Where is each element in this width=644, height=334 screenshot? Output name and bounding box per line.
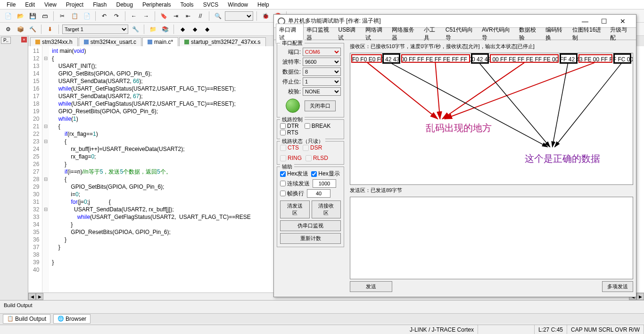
frame-wrap-checkbox[interactable]: 帧换行 — [280, 190, 304, 198]
scroll-left-icon[interactable]: ◀ — [28, 293, 36, 300]
line-gutter: 11 12 13 14 15 16 17 18 19 20 21 22 23 2… — [28, 46, 42, 292]
editor-tab[interactable]: stm32f4xx_usart.c — [79, 37, 141, 46]
clear-recv-button[interactable]: 清接收区 — [312, 200, 341, 218]
target-select[interactable]: Target 1 — [62, 25, 128, 34]
clear-send-button[interactable]: 清发送区 — [280, 200, 310, 218]
options-icon[interactable]: 🔧 — [130, 24, 140, 34]
cut-icon[interactable]: ✂ — [57, 11, 67, 21]
editor-tab[interactable]: main.c* — [142, 37, 178, 46]
recount-button[interactable]: 重新计数 — [280, 233, 341, 244]
download-icon[interactable]: ⬇ — [45, 24, 55, 34]
nav-back-icon[interactable]: ← — [129, 11, 139, 21]
translate-icon[interactable]: ⚙ — [3, 24, 13, 34]
debug-icon[interactable]: 🐞 — [260, 11, 271, 21]
recv-header: 接收区：已接收510字节，速度0字节/秒，接收状态[允许]，输出文本状态[已停止… — [350, 43, 633, 50]
file-icon — [84, 40, 89, 44]
copy-icon[interactable]: 📋 — [69, 11, 80, 21]
dtr-checkbox[interactable]: DTR — [280, 123, 299, 129]
indent-icon[interactable]: ⇥ — [171, 11, 181, 21]
fold-column[interactable]: ⊟ ⊟ ⊟ ⊟ ⊟ — [42, 46, 49, 292]
line-status-group: 线路状态（只读） CTS DSR RING RLSD — [277, 141, 344, 165]
menu-tools[interactable]: Tools — [176, 0, 198, 9]
find-icon[interactable]: 🔍 — [213, 11, 223, 21]
save-all-icon[interactable]: 🗃 — [40, 11, 50, 21]
continuous-interval-input[interactable] — [313, 179, 336, 188]
books-icon[interactable]: 📚 — [160, 24, 170, 34]
continuous-send-checkbox[interactable]: 连续发送 — [280, 180, 310, 188]
garbled-annotation: 乱码出现的地方 — [426, 122, 492, 134]
tab-build-output[interactable]: 📋 Build Output — [3, 314, 50, 324]
databits-select[interactable]: 8 — [303, 67, 341, 76]
menu-flash[interactable]: Flash — [88, 0, 111, 9]
scroll-right2-icon[interactable]: ▶ — [636, 293, 644, 300]
fake-monitor-button[interactable]: 伪串口监视 — [280, 220, 341, 231]
status-position: L:27 C:45 — [535, 325, 567, 334]
menu-file[interactable]: File — [2, 0, 20, 9]
menu-debug[interactable]: Debug — [112, 0, 138, 9]
send-button[interactable]: 发送 — [350, 281, 392, 292]
port-select[interactable]: COM6 — [303, 48, 341, 56]
menu-bar: File Edit View Project Flash Debug Perip… — [0, 0, 644, 9]
file-icon — [148, 40, 152, 44]
scroll-right-icon[interactable]: ▶ — [36, 293, 43, 300]
manage-icon[interactable]: 📁 — [148, 24, 158, 34]
menu-view[interactable]: View — [40, 0, 61, 9]
project-panel: P.. × — [0, 36, 28, 300]
break-checkbox[interactable]: BREAK — [305, 123, 331, 129]
serial-debug-window: 单片机多功能调试助手 [作者: 温子祺] — ☐ ✕ 串口调试串口监视器USB调… — [273, 14, 636, 297]
status-indicators: CAP NUM SCRL OVR R/W — [567, 325, 644, 334]
parity-select[interactable]: NONE — [303, 87, 341, 96]
aux-group: 辅助 Hex发送 Hex显示 连续发送 帧换行 清发送区 清接收区 伪串口监 — [277, 167, 344, 247]
line-control-group: 线路控制 DTR BREAK RTS — [277, 119, 344, 139]
send-header: 发送区：已发送89字节 — [350, 187, 633, 194]
tab-browser[interactable]: 🌐 Browser — [53, 314, 91, 324]
new-file-icon[interactable]: 📄 — [3, 11, 13, 21]
menu-help[interactable]: Help — [253, 0, 274, 9]
svg-line-4 — [392, 64, 548, 147]
outdent-icon[interactable]: ⇤ — [183, 11, 193, 21]
redo-icon[interactable]: ↷ — [111, 11, 122, 21]
config2-icon[interactable]: ◆ — [190, 24, 200, 34]
bottom-tabs: 📋 Build Output 🌐 Browser — [0, 313, 644, 324]
menu-svcs[interactable]: SVCS — [198, 0, 223, 9]
stopbits-select[interactable]: 1 — [303, 77, 341, 86]
menu-project[interactable]: Project — [61, 0, 88, 9]
multi-send-button[interactable]: 多项发送 — [602, 281, 633, 292]
file-icon — [184, 40, 189, 44]
panel-close-icon[interactable]: × — [21, 37, 27, 42]
status-bar: J-LINK / J-TRACE Cortex L:27 C:45 CAP NU… — [0, 325, 644, 334]
editor-tab[interactable]: stm32f4xx.h — [30, 37, 78, 46]
hex-display-checkbox[interactable]: Hex显示 — [311, 170, 339, 178]
build-icon[interactable]: 📦 — [15, 24, 25, 34]
comment-icon[interactable]: // — [195, 11, 206, 21]
svg-line-2 — [442, 63, 524, 119]
config1-icon[interactable]: ◆ — [177, 24, 188, 34]
nav-fwd-icon[interactable]: → — [141, 11, 151, 21]
project-tab[interactable]: P.. — [1, 37, 11, 44]
svg-line-6 — [553, 64, 568, 147]
svg-line-5 — [480, 64, 550, 147]
svg-line-3 — [445, 63, 594, 119]
find-combo[interactable] — [225, 11, 253, 21]
undo-icon[interactable]: ↶ — [99, 11, 109, 21]
paste-icon[interactable]: 📄 — [82, 11, 92, 21]
bookmark-icon[interactable]: 🔖 — [158, 11, 169, 21]
status-debugger: J-LINK / J-TRACE Cortex — [406, 325, 478, 334]
hex-data: F0 F0 E0 F0 42 43 00 FF FF FE FF FE FF F… — [352, 56, 633, 63]
frame-wrap-input[interactable] — [307, 189, 330, 198]
port-config-group: 串口配置 端口:COM6 波特率:9600 数据位:8 停止位:1 校验:NON… — [277, 43, 344, 117]
rts-checkbox[interactable]: RTS — [280, 129, 341, 136]
baud-select[interactable]: 9600 — [303, 58, 341, 66]
recv-textarea[interactable]: F0 F0 E0 F0 42 43 00 FF FF FE FF FE FF F… — [350, 53, 633, 185]
config3-icon[interactable]: ◆ — [202, 24, 212, 34]
close-port-button[interactable]: 关闭串口 — [305, 100, 336, 111]
menu-peripherals[interactable]: Peripherals — [138, 0, 176, 9]
menu-window[interactable]: Window — [223, 0, 253, 9]
save-icon[interactable]: 💾 — [27, 11, 38, 21]
open-file-icon[interactable]: 📂 — [15, 11, 25, 21]
send-textarea[interactable] — [350, 197, 633, 279]
menu-edit[interactable]: Edit — [20, 0, 40, 9]
hex-send-checkbox[interactable]: Hex发送 — [280, 170, 308, 178]
rebuild-icon[interactable]: 🔨 — [27, 24, 38, 34]
editor-tab[interactable]: startup_stm32f427_437xx.s — [179, 37, 265, 46]
